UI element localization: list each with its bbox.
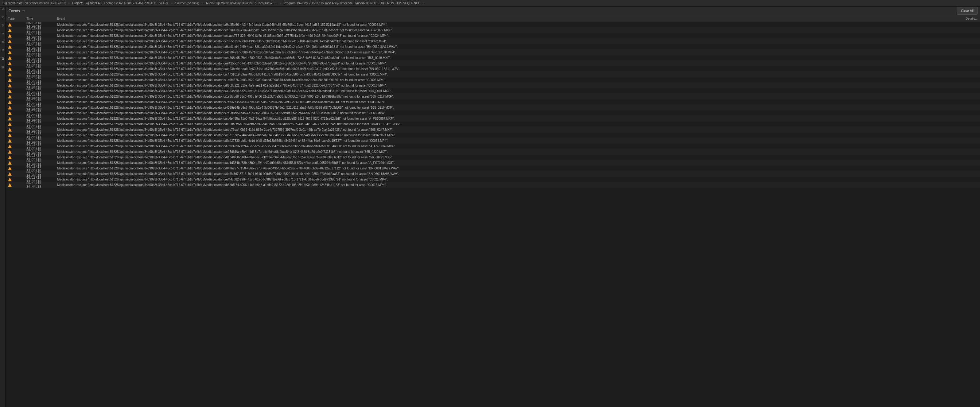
cell-event: Medialocator resource "http://localhost:… bbox=[57, 128, 978, 131]
sidebar-item-eff[interactable]: Eff bbox=[1, 57, 4, 60]
table-row[interactable]: 06/13/18 14:44:18Medialocator resource "… bbox=[6, 171, 980, 177]
cell-type bbox=[8, 139, 26, 143]
warning-icon bbox=[8, 29, 12, 32]
table-row[interactable]: 06/13/18 14:44:18Medialocator resource "… bbox=[6, 99, 980, 105]
table-row[interactable]: 06/13/18 14:44:18Medialocator resource "… bbox=[6, 66, 980, 72]
sidebar-item-d[interactable]: d) bbox=[1, 66, 4, 68]
table-row[interactable]: 06/13/18 14:44:18Medialocator resource "… bbox=[6, 155, 980, 160]
warning-icon bbox=[8, 122, 12, 126]
warning-icon bbox=[8, 145, 12, 148]
events-list[interactable]: 06/13/18 14:44:18Medialocator resource "… bbox=[6, 22, 980, 407]
col-event-header: Event bbox=[57, 17, 953, 20]
table-row[interactable]: 06/13/18 14:44:18Medialocator resource "… bbox=[6, 144, 980, 149]
table-row[interactable]: 06/13/18 14:44:18Medialocator resource "… bbox=[6, 28, 980, 33]
warning-icon bbox=[8, 167, 12, 170]
warning-icon bbox=[8, 67, 12, 71]
table-row[interactable]: 06/13/18 14:44:18Medialocator resource "… bbox=[6, 33, 980, 39]
cell-type bbox=[8, 23, 26, 27]
cell-type bbox=[8, 167, 26, 170]
sidebar-item-s[interactable]: S bbox=[1, 33, 4, 35]
table-row[interactable]: 06/13/18 14:44:18Medialocator resource "… bbox=[6, 182, 980, 188]
warning-icon bbox=[8, 172, 12, 176]
cell-event: Medialocator resource "http://localhost:… bbox=[57, 45, 978, 48]
warning-icon bbox=[8, 89, 12, 93]
cell-event: Medialocator resource "http://localhost:… bbox=[57, 95, 978, 98]
sep4: » bbox=[279, 2, 281, 5]
cell-event: Medialocator resource "http://localhost:… bbox=[57, 100, 978, 104]
table-row[interactable]: 06/13/18 14:44:18Medialocator resource "… bbox=[6, 116, 980, 122]
sidebar-item-b1[interactable]: B bbox=[1, 41, 4, 43]
table-row[interactable]: 06/13/18 14:44:18Medialocator resource "… bbox=[6, 72, 980, 77]
table-row[interactable]: 06/13/18 14:44:18Medialocator resource "… bbox=[6, 94, 980, 99]
warning-icon bbox=[8, 95, 12, 99]
warning-icon bbox=[8, 78, 12, 82]
table-row[interactable]: 06/13/18 14:44:18Medialocator resource "… bbox=[6, 110, 980, 116]
events-menu-icon[interactable]: ≡ bbox=[22, 9, 25, 14]
clear-all-button[interactable]: Clear All bbox=[957, 7, 978, 15]
sidebar-item-c[interactable]: C bbox=[1, 8, 4, 10]
sidebar-item-n[interactable]: N bbox=[1, 16, 4, 18]
cell-type bbox=[8, 106, 26, 110]
cell-type bbox=[8, 56, 26, 60]
warning-icon bbox=[8, 34, 12, 38]
cell-type bbox=[8, 183, 26, 187]
warning-icon bbox=[8, 134, 12, 137]
cell-event: Medialocator resource "http://localhost:… bbox=[57, 78, 978, 82]
cell-type bbox=[8, 134, 26, 137]
table-row[interactable]: 06/13/18 14:44:18Medialocator resource "… bbox=[6, 127, 980, 133]
warning-icon bbox=[8, 156, 12, 159]
cell-event: Medialocator resource "http://localhost:… bbox=[57, 62, 978, 65]
cell-type bbox=[8, 117, 26, 121]
col-time-header: Time bbox=[26, 17, 57, 20]
sidebar-item-b2[interactable]: B bbox=[1, 49, 4, 51]
warning-icon bbox=[8, 73, 12, 76]
cell-type bbox=[8, 178, 26, 181]
table-row[interactable]: 06/13/18 14:44:18Medialocator resource "… bbox=[6, 133, 980, 138]
cell-event: Medialocator resource "http://localhost:… bbox=[57, 183, 978, 187]
table-row[interactable]: 06/13/18 14:44:18Medialocator resource "… bbox=[6, 122, 980, 127]
cell-event: Medialocator resource "http://localhost:… bbox=[57, 84, 978, 87]
cell-event: Medialocator resource "http://localhost:… bbox=[57, 139, 978, 142]
cell-event: Medialocator resource "http://localhost:… bbox=[57, 40, 978, 43]
cell-event: Medialocator resource "http://localhost:… bbox=[57, 67, 978, 71]
warning-icon bbox=[8, 128, 12, 132]
cell-event: Medialocator resource "http://localhost:… bbox=[57, 73, 978, 76]
cell-event: Medialocator resource "http://localhost:… bbox=[57, 29, 978, 32]
warning-icon bbox=[8, 40, 12, 43]
cell-type bbox=[8, 111, 26, 115]
table-row[interactable]: 06/13/18 14:44:18Medialocator resource "… bbox=[6, 138, 980, 144]
table-row[interactable]: 06/13/18 14:44:18Medialocator resource "… bbox=[6, 88, 980, 94]
table-row[interactable]: 06/13/18 14:44:18Medialocator resource "… bbox=[6, 105, 980, 110]
table-row[interactable]: 06/13/18 14:44:18Medialocator resource "… bbox=[6, 177, 980, 182]
warning-icon bbox=[8, 23, 12, 27]
table-row[interactable]: 06/13/18 14:44:18Medialocator resource "… bbox=[6, 50, 980, 55]
warning-icon bbox=[8, 150, 12, 154]
cell-type bbox=[8, 145, 26, 148]
col-type-header: Type bbox=[8, 17, 26, 20]
sidebar-item-m[interactable]: M bbox=[1, 24, 4, 27]
table-row[interactable]: 06/13/18 14:44:18Medialocator resource "… bbox=[6, 166, 980, 171]
table-row[interactable]: 06/13/18 14:44:18Medialocator resource "… bbox=[6, 77, 980, 83]
table-row[interactable]: 06/13/18 14:44:18Medialocator resource "… bbox=[6, 149, 980, 155]
warning-icon bbox=[8, 51, 12, 54]
cell-type bbox=[8, 29, 26, 32]
source-label: Source: (no clips) bbox=[175, 2, 199, 5]
table-row[interactable]: 06/13/18 14:44:18Medialocator resource "… bbox=[6, 55, 980, 61]
table-row[interactable]: 06/13/18 14:44:18Medialocator resource "… bbox=[6, 61, 980, 66]
project-name: Big Night ALL Footage v06-11-2018-TEAM P… bbox=[84, 2, 169, 5]
warning-icon bbox=[8, 62, 12, 65]
cell-event: Medialocator resource "http://localhost:… bbox=[57, 172, 978, 176]
cell-event: Medialocator resource "http://localhost:… bbox=[57, 167, 978, 170]
warning-icon bbox=[8, 56, 12, 60]
main-area: Events ≡ Type Time Event Details... 06/1… bbox=[6, 7, 980, 407]
table-row[interactable]: 06/13/18 14:44:18Medialocator resource "… bbox=[6, 39, 980, 44]
cell-event: Medialocator resource "http://localhost:… bbox=[57, 23, 978, 26]
table-row[interactable]: 06/13/18 14:44:18Medialocator resource "… bbox=[6, 83, 980, 88]
cell-event: Medialocator resource "http://localhost:… bbox=[57, 111, 978, 115]
table-row[interactable]: 06/13/18 14:44:18Medialocator resource "… bbox=[6, 44, 980, 50]
cell-type bbox=[8, 172, 26, 176]
warning-icon bbox=[8, 45, 12, 49]
table-row[interactable]: 06/13/18 14:44:18Medialocator resource "… bbox=[6, 160, 980, 166]
table-row[interactable]: 06/13/18 14:44:18Medialocator resource "… bbox=[6, 22, 980, 28]
cell-type bbox=[8, 67, 26, 71]
